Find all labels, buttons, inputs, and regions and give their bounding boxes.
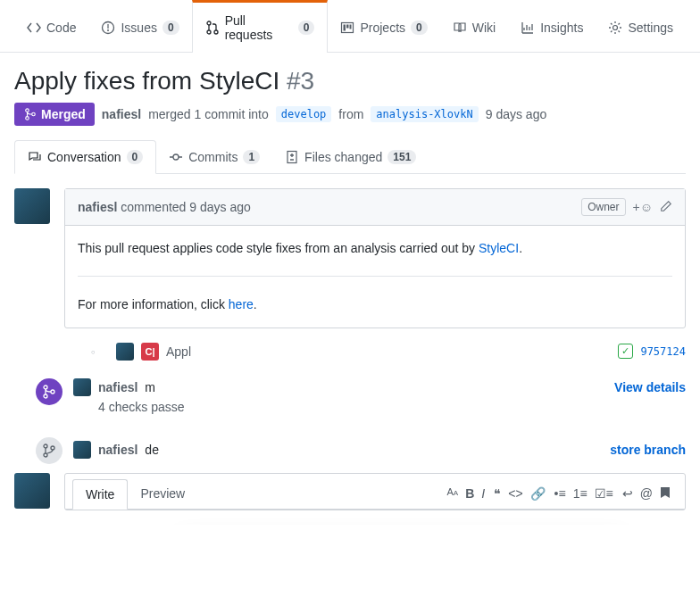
add-emoji-icon[interactable]: +☺ <box>633 200 653 214</box>
pr-meta: Merged nafiesl merged 1 commit into deve… <box>14 103 686 126</box>
avatar[interactable] <box>14 473 50 509</box>
files-counter: 151 <box>388 150 416 164</box>
code-icon[interactable]: <> <box>508 486 522 501</box>
svg-point-3 <box>207 21 211 25</box>
svg-point-4 <box>207 30 211 34</box>
pr-title: Apply fixes from StyleCI #3 <box>14 67 686 95</box>
gear-icon <box>608 21 622 35</box>
tab-projects[interactable]: Projects 0 <box>328 0 439 52</box>
info-text-a: For more information, click <box>78 297 229 311</box>
owner-badge: Owner <box>581 198 625 216</box>
tab-insights[interactable]: Insights <box>508 0 596 52</box>
svg-point-19 <box>44 444 47 448</box>
deleted-author[interactable]: nafiesl <box>98 443 138 457</box>
restore-branch-link[interactable]: store branch <box>610 443 686 457</box>
branch-dot-icon <box>36 437 62 464</box>
heading-icon[interactable]: AA <box>447 486 459 501</box>
projects-icon <box>340 21 354 35</box>
code-icon <box>27 21 41 35</box>
pr-title-text: Apply fixes from StyleCI <box>14 67 279 95</box>
graph-icon <box>521 21 535 35</box>
svg-point-10 <box>613 25 618 29</box>
avatar[interactable] <box>14 188 50 224</box>
merge-icon <box>23 107 38 121</box>
tab-pr-label: Pull requests <box>225 13 293 42</box>
italic-icon[interactable]: I <box>481 486 485 501</box>
link-icon[interactable]: 🔗 <box>530 486 546 501</box>
merged-text: m <box>145 380 155 394</box>
comment-author[interactable]: nafiesl <box>78 200 117 214</box>
comment-body: This pull request applies code style fix… <box>65 226 685 328</box>
ol-icon[interactable]: 1≡ <box>573 486 588 501</box>
commits-counter: 1 <box>243 150 260 164</box>
svg-point-21 <box>51 446 54 450</box>
tab-files[interactable]: Files changed 151 <box>272 140 429 173</box>
commit-hash[interactable]: 9757124 <box>640 345 686 358</box>
avatar[interactable] <box>73 378 91 396</box>
comment-wrap: nafiesl commented 9 days ago Owner +☺ Th… <box>14 188 686 328</box>
ul-icon[interactable]: •≡ <box>554 486 566 501</box>
view-details-link[interactable]: View details <box>614 380 686 394</box>
tab-conversation[interactable]: Conversation 0 <box>14 140 156 174</box>
from-text: from <box>338 107 363 121</box>
commit-dot-icon: ◦ <box>86 344 100 359</box>
body-text-b: . <box>519 241 522 255</box>
svg-point-11 <box>26 109 29 112</box>
tab-issues[interactable]: Issues 0 <box>88 0 191 52</box>
pr-number: #3 <box>287 67 314 95</box>
pr-time: 9 days ago <box>486 107 547 121</box>
comment-time[interactable]: 9 days ago <box>189 200 251 214</box>
base-branch[interactable]: develop <box>276 106 332 122</box>
commit-message[interactable]: Appl <box>166 344 191 359</box>
comment-actions: Owner +☺ <box>581 198 672 216</box>
quote-icon[interactable]: ❝ <box>494 486 501 501</box>
head-branch[interactable]: analysis-XlovkN <box>371 106 478 122</box>
tab-code[interactable]: Code <box>14 0 88 52</box>
svg-point-18 <box>51 390 54 394</box>
comment-header: nafiesl commented 9 days ago Owner +☺ <box>65 189 685 226</box>
tab-preview[interactable]: Preview <box>128 479 197 508</box>
repo-nav: Code Issues 0 Pull requests 0 Projects 0… <box>0 0 700 53</box>
tab-commits-label: Commits <box>188 150 238 164</box>
check-success-icon[interactable]: ✓ <box>618 344 633 359</box>
styleci-badge-icon: C| <box>141 343 159 361</box>
svg-point-1 <box>107 29 109 31</box>
avatar[interactable] <box>116 343 134 361</box>
tab-settings[interactable]: Settings <box>596 0 686 52</box>
merge-text: merged 1 commit into <box>148 107 269 121</box>
edit-icon[interactable] <box>660 200 672 215</box>
merged-author[interactable]: nafiesl <box>98 380 138 394</box>
pr-counter: 0 <box>298 21 315 35</box>
task-icon[interactable]: ☑≡ <box>595 486 613 501</box>
here-link[interactable]: here <box>229 297 254 311</box>
checks-passed-text: 4 checks passe <box>98 400 686 414</box>
bold-icon[interactable]: B <box>465 486 474 501</box>
issue-icon <box>101 21 115 35</box>
conversation-counter: 0 <box>127 150 144 164</box>
timeline: nafiesl commented 9 days ago Owner +☺ Th… <box>0 174 700 473</box>
reply-icon[interactable]: ↩ <box>622 486 633 502</box>
book-icon <box>453 21 467 35</box>
svg-point-12 <box>26 117 29 120</box>
comments-icon <box>28 150 42 164</box>
timeline-commit-item: ◦ C| Appl ✓ 9757124 <box>86 343 686 361</box>
issues-counter: 0 <box>162 21 179 35</box>
tab-commits[interactable]: Commits 1 <box>156 140 272 173</box>
tab-projects-label: Projects <box>360 21 405 35</box>
pr-header: Apply fixes from StyleCI #3 Merged nafie… <box>0 53 700 140</box>
tab-pull-requests[interactable]: Pull requests 0 <box>192 0 329 53</box>
mention-icon[interactable]: @ <box>640 486 653 502</box>
bookmark-icon[interactable] <box>660 486 671 502</box>
svg-point-5 <box>214 30 218 34</box>
tab-wiki[interactable]: Wiki <box>440 0 508 52</box>
svg-point-14 <box>173 154 179 160</box>
avatar[interactable] <box>73 441 91 459</box>
state-badge-merged: Merged <box>14 103 95 126</box>
pr-author-link[interactable]: nafiesl <box>102 107 141 121</box>
styleci-link[interactable]: StyleCI <box>479 241 519 255</box>
tab-settings-label: Settings <box>628 21 673 35</box>
state-text: Merged <box>41 107 86 121</box>
body-text-a: This pull request applies code style fix… <box>78 241 479 255</box>
tab-write[interactable]: Write <box>72 479 128 510</box>
compose-tabs: Write Preview AA B I ❝ <> 🔗 •≡ 1≡ ☑≡ <box>65 474 685 510</box>
